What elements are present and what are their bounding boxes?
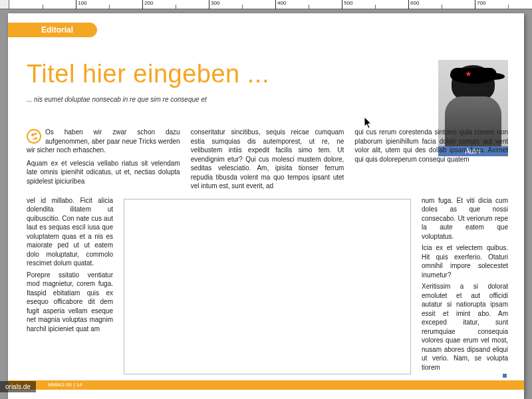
ruler-minor-tick xyxy=(442,5,442,9)
ruler-minor-tick xyxy=(43,5,43,9)
ruler-origin[interactable] xyxy=(0,0,9,9)
lead-col-2: conseritatur sincitibus, sequis reicae c… xyxy=(191,128,344,191)
ruler-tick: 600 xyxy=(408,0,419,9)
ruler-tick: 400 xyxy=(275,0,286,9)
wide-paragraph: Aquam ex et velescia vellabo riatus sit … xyxy=(27,159,180,186)
overset-text-marker[interactable] xyxy=(503,374,507,378)
image-placeholder-frame[interactable] xyxy=(124,199,411,375)
ruler-minor-tick xyxy=(309,5,309,9)
ruler-minor-tick xyxy=(242,5,243,9)
column-left: vel id millabo. Ficit alicia dolendita i… xyxy=(27,196,113,375)
column-right: num fuga. Et viti dicia cum doles as que… xyxy=(422,196,508,375)
horizontal-ruler[interactable]: 100200300400500600700800 xyxy=(0,0,532,9)
ruler-minor-tick xyxy=(375,5,376,9)
document-page[interactable]: Editorial Titel hier eingeben ... ... ni… xyxy=(8,13,524,399)
ruler-tick: 100 xyxy=(76,0,86,9)
ruler-minor-tick xyxy=(176,5,176,9)
watermark: orials.de xyxy=(0,381,36,392)
lead-col-1: Os haben wir zwar schon dazu aufgenommen… xyxy=(27,128,180,154)
page-subtitle[interactable]: ... nis eumet doluptae nonsecab in re qu… xyxy=(27,96,207,103)
section-tab: Editorial xyxy=(8,23,97,37)
footer-page-number: MMAG 06 | 14 xyxy=(48,380,82,390)
ruler-tick: 200 xyxy=(142,0,153,9)
ruler-tick: 700 xyxy=(475,0,485,9)
ruler-minor-tick xyxy=(508,5,509,9)
ruler-minor-tick xyxy=(109,5,110,9)
footer-bar xyxy=(8,380,524,390)
ruler-tick: 300 xyxy=(209,0,219,9)
lead-col-3: qui cus rerum corestenda sintorro quia c… xyxy=(354,128,508,191)
body-text-frame[interactable]: Os haben wir zwar schon dazu aufgenommen… xyxy=(27,128,508,372)
page-title[interactable]: Titel hier eingeben ... xyxy=(27,60,269,88)
megaphone-icon xyxy=(27,129,41,144)
ruler-tick: 500 xyxy=(342,0,352,9)
